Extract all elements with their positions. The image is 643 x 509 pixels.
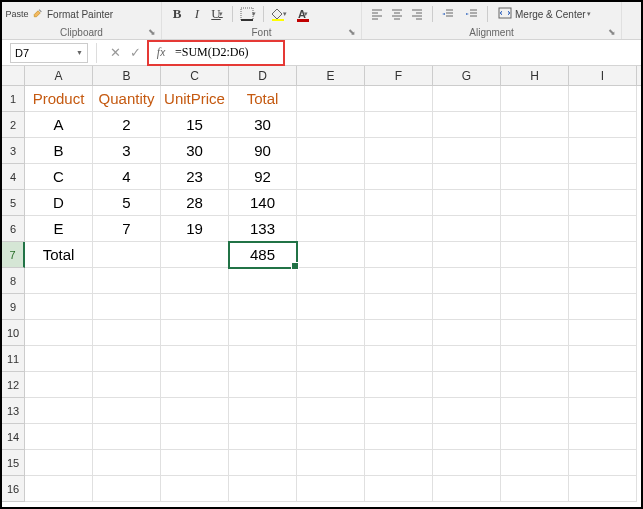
cell-H8[interactable] [501,268,569,294]
cell-F3[interactable] [365,138,433,164]
row-header-2[interactable]: 2 [2,112,25,138]
cell-I5[interactable] [569,190,637,216]
cell-I6[interactable] [569,216,637,242]
cell-H1[interactable] [501,86,569,112]
cell-G1[interactable] [433,86,501,112]
cell-A12[interactable] [25,372,93,398]
cell-G11[interactable] [433,346,501,372]
cell-G2[interactable] [433,112,501,138]
cell-E12[interactable] [297,372,365,398]
cell-G15[interactable] [433,450,501,476]
row-header-1[interactable]: 1 [2,86,25,112]
cell-I11[interactable] [569,346,637,372]
increase-indent-button[interactable] [463,5,481,23]
cell-I16[interactable] [569,476,637,502]
cell-F5[interactable] [365,190,433,216]
column-header-I[interactable]: I [569,66,637,85]
cell-C12[interactable] [161,372,229,398]
cell-E7[interactable] [297,242,365,268]
cell-B2[interactable]: 2 [93,112,161,138]
cell-C1[interactable]: UnitPrice [161,86,229,112]
cell-D4[interactable]: 92 [229,164,297,190]
cell-B16[interactable] [93,476,161,502]
decrease-indent-button[interactable] [439,5,457,23]
cell-E5[interactable] [297,190,365,216]
cell-D13[interactable] [229,398,297,424]
cell-E9[interactable] [297,294,365,320]
column-header-B[interactable]: B [93,66,161,85]
cell-G12[interactable] [433,372,501,398]
cell-F9[interactable] [365,294,433,320]
cell-D9[interactable] [229,294,297,320]
cell-B12[interactable] [93,372,161,398]
cell-B15[interactable] [93,450,161,476]
formula-input[interactable] [171,43,281,63]
cell-C14[interactable] [161,424,229,450]
row-header-15[interactable]: 15 [2,450,25,476]
cell-E1[interactable] [297,86,365,112]
cell-D14[interactable] [229,424,297,450]
cell-B8[interactable] [93,268,161,294]
column-header-H[interactable]: H [501,66,569,85]
cell-C13[interactable] [161,398,229,424]
cell-G3[interactable] [433,138,501,164]
cell-C5[interactable]: 28 [161,190,229,216]
cell-C16[interactable] [161,476,229,502]
cell-C4[interactable]: 23 [161,164,229,190]
cell-I1[interactable] [569,86,637,112]
cell-C9[interactable] [161,294,229,320]
cell-A15[interactable] [25,450,93,476]
cell-I2[interactable] [569,112,637,138]
cell-C10[interactable] [161,320,229,346]
cell-E6[interactable] [297,216,365,242]
row-header-16[interactable]: 16 [2,476,25,502]
paste-button[interactable]: Paste [8,5,26,23]
cell-C3[interactable]: 30 [161,138,229,164]
align-right-button[interactable] [408,5,426,23]
cell-I4[interactable] [569,164,637,190]
cell-A1[interactable]: Product [25,86,93,112]
italic-button[interactable]: I [188,5,206,23]
column-header-C[interactable]: C [161,66,229,85]
cell-B5[interactable]: 5 [93,190,161,216]
cell-F10[interactable] [365,320,433,346]
row-header-9[interactable]: 9 [2,294,25,320]
cell-H9[interactable] [501,294,569,320]
cell-F14[interactable] [365,424,433,450]
row-header-7[interactable]: 7 [2,242,25,268]
row-header-14[interactable]: 14 [2,424,25,450]
cell-D16[interactable] [229,476,297,502]
cell-A3[interactable]: B [25,138,93,164]
cell-B13[interactable] [93,398,161,424]
insert-function-button[interactable]: fx [151,43,171,63]
row-header-3[interactable]: 3 [2,138,25,164]
cell-D6[interactable]: 133 [229,216,297,242]
cell-B10[interactable] [93,320,161,346]
cell-C11[interactable] [161,346,229,372]
cell-B3[interactable]: 3 [93,138,161,164]
cell-B14[interactable] [93,424,161,450]
column-header-A[interactable]: A [25,66,93,85]
select-all-corner[interactable] [2,66,25,85]
align-left-button[interactable] [368,5,386,23]
cell-I3[interactable] [569,138,637,164]
cell-H15[interactable] [501,450,569,476]
cell-E3[interactable] [297,138,365,164]
row-header-8[interactable]: 8 [2,268,25,294]
cell-E14[interactable] [297,424,365,450]
column-header-F[interactable]: F [365,66,433,85]
cell-F12[interactable] [365,372,433,398]
cell-G13[interactable] [433,398,501,424]
cell-H7[interactable] [501,242,569,268]
merge-center-button[interactable]: Merge & Center ▾ [494,7,595,21]
cell-E11[interactable] [297,346,365,372]
row-header-4[interactable]: 4 [2,164,25,190]
cell-H5[interactable] [501,190,569,216]
enter-formula-button[interactable]: ✓ [125,43,145,63]
cell-H11[interactable] [501,346,569,372]
cell-G14[interactable] [433,424,501,450]
bold-button[interactable]: B [168,5,186,23]
cell-B4[interactable]: 4 [93,164,161,190]
cell-E15[interactable] [297,450,365,476]
cell-D8[interactable] [229,268,297,294]
